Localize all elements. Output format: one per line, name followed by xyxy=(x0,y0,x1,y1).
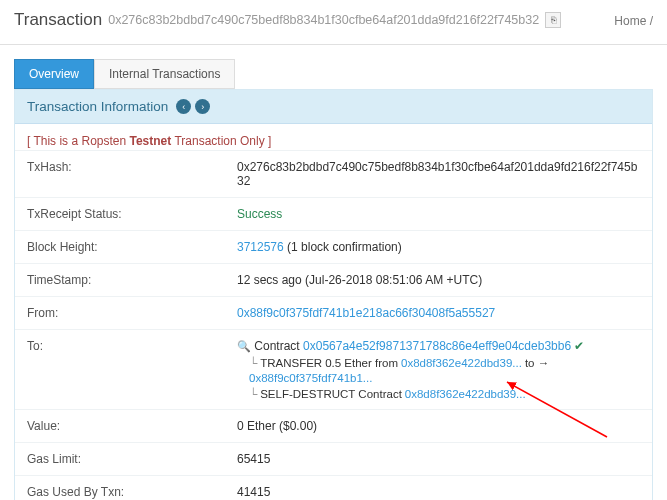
testnet-note: [ This is a Ropsten Testnet Transaction … xyxy=(15,124,652,150)
row-value: Value: 0 Ether ($0.00) xyxy=(15,409,652,442)
label-receipt: TxReceipt Status: xyxy=(27,207,237,221)
block-suffix: (1 block confirmation) xyxy=(284,240,402,254)
block-link[interactable]: 3712576 xyxy=(237,240,284,254)
row-to: To: 🔍 Contract 0x0567a4e52f9871371788c86… xyxy=(15,329,652,409)
selfdestruct-link[interactable]: 0x8d8f362e422dbd39... xyxy=(405,388,526,400)
to-selfdestruct-line: └ SELF-DESTRUCT Contract 0x8d8f362e422db… xyxy=(237,388,640,400)
testnet-note-bold: Testnet xyxy=(130,134,172,148)
prev-tx-button[interactable]: ‹ xyxy=(176,99,191,114)
label-txhash: TxHash: xyxy=(27,160,237,174)
next-tx-button[interactable]: › xyxy=(195,99,210,114)
value-gaslimit: 65415 xyxy=(237,452,640,466)
tree-icon: └ xyxy=(249,357,257,369)
to-transfer-line: └ TRANSFER 0.5 Ether from 0x8d8f362e422d… xyxy=(237,357,640,384)
value-time: 12 secs ago (Jul-26-2018 08:51:06 AM +UT… xyxy=(237,273,640,287)
tab-internal[interactable]: Internal Transactions xyxy=(94,59,235,89)
search-icon[interactable]: 🔍 xyxy=(237,340,251,352)
row-gaslimit: Gas Limit: 65415 xyxy=(15,442,652,475)
row-block: Block Height: 3712576 (1 block confirmat… xyxy=(15,230,652,263)
transfer-word: TRANSFER xyxy=(260,357,322,369)
label-time: TimeStamp: xyxy=(27,273,237,287)
panel-title: Transaction Information xyxy=(27,99,168,114)
row-receipt: TxReceipt Status: Success xyxy=(15,197,652,230)
transaction-panel: Transaction Information ‹ › [ This is a … xyxy=(14,89,653,500)
tab-overview[interactable]: Overview xyxy=(14,59,94,89)
label-from: From: xyxy=(27,306,237,320)
panel-header: Transaction Information ‹ › xyxy=(15,90,652,124)
row-gasused: Gas Used By Txn: 41415 xyxy=(15,475,652,500)
breadcrumb-home[interactable]: Home xyxy=(614,14,646,28)
breadcrumb-sep: / xyxy=(650,14,653,28)
transfer-to-link[interactable]: 0x88f9c0f375fdf741b1... xyxy=(249,372,372,384)
breadcrumb: Home / xyxy=(590,14,653,28)
testnet-note-post: Transaction Only ] xyxy=(171,134,271,148)
selfdestruct-word: SELF-DESTRUCT xyxy=(260,388,355,400)
testnet-note-pre: [ This is a Ropsten xyxy=(27,134,130,148)
transfer-mid: 0.5 Ether from xyxy=(325,357,398,369)
value-receipt: Success xyxy=(237,207,640,221)
from-link[interactable]: 0x88f9c0f375fdf741b1e218ac66f30408f5a555… xyxy=(237,306,495,320)
copy-icon[interactable]: ⎘ xyxy=(545,12,561,28)
page-header: Transaction 0x276c83b2bdbd7c490c75bedf8b… xyxy=(0,0,667,45)
label-gaslimit: Gas Limit: xyxy=(27,452,237,466)
selfdestruct-mid: Contract xyxy=(358,388,401,400)
page-title: Transaction xyxy=(14,10,102,30)
value-to: 🔍 Contract 0x0567a4e52f9871371788c86e4ef… xyxy=(237,339,640,400)
tree-icon: └ xyxy=(249,388,257,400)
row-from: From: 0x88f9c0f375fdf741b1e218ac66f30408… xyxy=(15,296,652,329)
value-from: 0x88f9c0f375fdf741b1e218ac66f30408f5a555… xyxy=(237,306,640,320)
transfer-from-link[interactable]: 0x8d8f362e422dbd39... xyxy=(401,357,522,369)
label-block: Block Height: xyxy=(27,240,237,254)
value-txhash: 0x276c83b2bdbd7c490c75bedf8b834b1f30cfbe… xyxy=(237,160,640,188)
label-to: To: xyxy=(27,339,237,353)
transfer-to-word: to → xyxy=(525,357,549,369)
page-title-hash: 0x276c83b2bdbd7c490c75bedf8b834b1f30cfbe… xyxy=(108,13,539,27)
value-block: 3712576 (1 block confirmation) xyxy=(237,240,640,254)
row-time: TimeStamp: 12 secs ago (Jul-26-2018 08:5… xyxy=(15,263,652,296)
label-gasused: Gas Used By Txn: xyxy=(27,485,237,499)
label-value: Value: xyxy=(27,419,237,433)
row-txhash: TxHash: 0x276c83b2bdbd7c490c75bedf8b834b… xyxy=(15,150,652,197)
contract-word: Contract xyxy=(254,339,299,353)
check-icon: ✔ xyxy=(574,339,584,353)
tabs: OverviewInternal Transactions xyxy=(14,59,667,89)
contract-link[interactable]: 0x0567a4e52f9871371788c86e4eff9e04cdeb3b… xyxy=(303,339,571,353)
value-gasused: 41415 xyxy=(237,485,640,499)
value-value: 0 Ether ($0.00) xyxy=(237,419,640,433)
